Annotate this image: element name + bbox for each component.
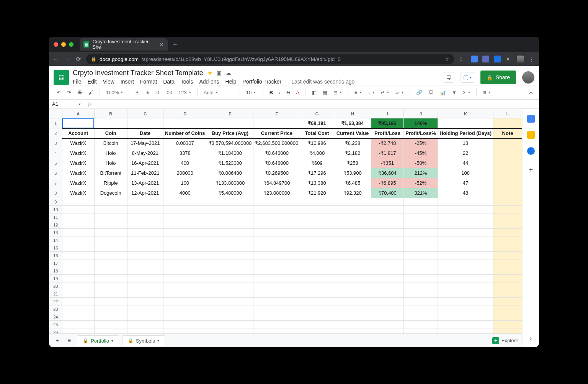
header-number-of-coins[interactable]: Number of Coins <box>163 128 207 138</box>
cell[interactable] <box>493 252 522 259</box>
header-date[interactable]: Date <box>127 128 163 138</box>
cell[interactable] <box>127 298 163 305</box>
cell-total-cost[interactable]: ₹10,986 <box>300 138 334 148</box>
cell[interactable] <box>62 298 94 305</box>
move-folder-icon[interactable]: ▣ <box>216 70 222 77</box>
header-note[interactable]: Note <box>493 128 522 138</box>
cell[interactable] <box>253 221 300 229</box>
cell[interactable] <box>300 305 334 313</box>
cell[interactable] <box>403 321 438 328</box>
cell[interactable] <box>493 118 522 128</box>
cell-buy-price[interactable]: ₹5.480000 <box>207 188 253 198</box>
cell[interactable] <box>253 267 300 275</box>
row-header[interactable]: 26 <box>49 328 62 334</box>
cell[interactable] <box>253 313 300 321</box>
row-header[interactable]: 16 <box>49 252 62 259</box>
cell[interactable] <box>127 206 163 213</box>
cell[interactable] <box>127 321 163 328</box>
row-header[interactable]: 20 <box>49 282 62 290</box>
cell[interactable] <box>493 328 522 334</box>
cell-total-cost[interactable]: ₹13,380 <box>300 178 334 188</box>
cell[interactable] <box>438 252 493 259</box>
cell[interactable] <box>207 198 253 206</box>
cell[interactable] <box>62 206 94 213</box>
summary-total-cost[interactable]: ₹68,191 <box>300 118 334 128</box>
back-button[interactable]: ← <box>53 56 59 62</box>
cell[interactable] <box>94 236 127 244</box>
cell[interactable] <box>163 290 207 298</box>
forward-button[interactable]: → <box>64 56 70 62</box>
cell[interactable] <box>62 236 94 244</box>
menu-file[interactable]: File <box>73 79 82 85</box>
cell[interactable] <box>493 206 522 213</box>
cell[interactable] <box>127 275 163 282</box>
cell-holding-days[interactable]: 47 <box>438 178 493 188</box>
cell-current-price[interactable]: ₹0.646000 <box>253 148 300 158</box>
cell[interactable] <box>127 198 163 206</box>
cell-current-value[interactable]: ₹6,485 <box>334 178 371 188</box>
cell[interactable] <box>438 213 493 221</box>
bookmark-star-icon[interactable]: ☆ <box>444 56 449 62</box>
cell[interactable] <box>207 328 253 334</box>
cell-profit-loss-pct[interactable]: -58% <box>403 158 438 168</box>
cell-note[interactable] <box>493 138 522 148</box>
cell[interactable] <box>127 236 163 244</box>
cell[interactable] <box>253 229 300 236</box>
cell-account[interactable]: WazirX <box>62 158 94 168</box>
inc-decimal-button[interactable]: .00 <box>163 88 175 97</box>
zoom-dropdown[interactable]: 100% <box>104 88 125 97</box>
cell-current-price[interactable]: ₹64.849700 <box>253 178 300 188</box>
cell[interactable] <box>127 259 163 267</box>
cell-date[interactable]: 13-Apr-2021 <box>127 178 163 188</box>
font-size-dropdown[interactable]: 10 <box>244 88 259 97</box>
cell-profit-loss[interactable]: -₹2,748 <box>371 138 404 148</box>
cell[interactable] <box>253 236 300 244</box>
cell[interactable] <box>371 236 404 244</box>
cell[interactable] <box>127 305 163 313</box>
cell-total-cost[interactable]: ₹609 <box>300 158 334 168</box>
cell[interactable] <box>334 244 371 252</box>
menu-portfolio-tracker[interactable]: Portfolio Tracker <box>242 79 281 85</box>
merge-button[interactable]: ⊟ <box>331 88 344 97</box>
cell[interactable] <box>94 275 127 282</box>
cell-num-coins[interactable]: 3378 <box>163 148 207 158</box>
cell[interactable] <box>62 259 94 267</box>
cell[interactable] <box>94 267 127 275</box>
cell[interactable] <box>438 321 493 328</box>
cell-account[interactable]: WazirX <box>62 138 94 148</box>
cell[interactable] <box>493 305 522 313</box>
cell[interactable] <box>62 290 94 298</box>
cell-profit-loss[interactable]: -₹6,895 <box>371 178 404 188</box>
cell[interactable] <box>438 305 493 313</box>
cell-profit-loss[interactable]: -₹1,817 <box>371 148 404 158</box>
cell[interactable] <box>438 298 493 305</box>
cell[interactable] <box>493 244 522 252</box>
cell[interactable] <box>94 118 127 128</box>
cell[interactable] <box>207 259 253 267</box>
row-header[interactable]: 17 <box>49 259 62 267</box>
cell[interactable] <box>163 236 207 244</box>
row-header[interactable]: 14 <box>49 236 62 244</box>
close-tab-icon[interactable]: ✕ <box>159 41 164 48</box>
cell[interactable] <box>253 328 300 334</box>
cell[interactable] <box>403 328 438 334</box>
cell[interactable] <box>62 275 94 282</box>
cell-current-value[interactable]: ₹2,182 <box>334 148 371 158</box>
cell-coin[interactable]: Dogecoin <box>94 188 127 198</box>
menu-help[interactable]: Help <box>225 79 237 85</box>
cell[interactable] <box>300 244 334 252</box>
cell-account[interactable]: WazirX <box>62 148 94 158</box>
cell[interactable] <box>493 229 522 236</box>
cell[interactable] <box>253 259 300 267</box>
cell[interactable] <box>163 282 207 290</box>
cell-account[interactable]: WazirX <box>62 168 94 178</box>
cell-profit-loss[interactable]: -₹351 <box>371 158 404 168</box>
cell[interactable] <box>438 259 493 267</box>
cell[interactable] <box>438 282 493 290</box>
cell-buy-price[interactable]: ₹1.184000 <box>207 148 253 158</box>
cell-profit-loss-pct[interactable]: -52% <box>403 178 438 188</box>
dark-mode-ext-icon[interactable]: ☾ <box>459 56 466 62</box>
cell[interactable] <box>300 221 334 229</box>
cell[interactable] <box>163 267 207 275</box>
new-tab-button[interactable]: + <box>173 41 177 49</box>
